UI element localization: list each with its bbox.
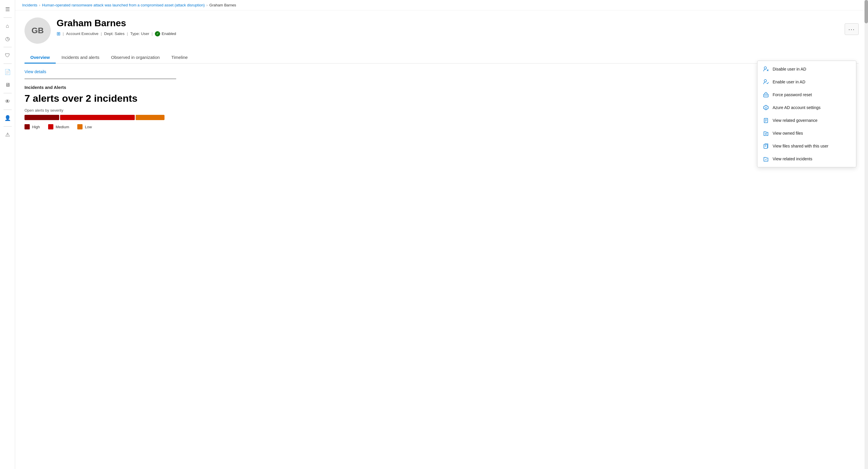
profile-type: Type: User [130,32,149,36]
breadcrumb: Incidents › Human-operated ransomware at… [15,0,868,10]
shield-icon[interactable]: 🛡 [2,49,13,61]
dropdown-item-disable-user[interactable]: Disable user in AD [757,63,856,75]
azure-ad-icon [763,104,769,111]
breadcrumb-incidents[interactable]: Incidents [22,3,37,7]
sidebar-divider-1 [3,18,12,18]
svg-point-6 [766,95,766,96]
dropdown-label-enable-user: Enable user in AD [773,79,805,84]
breadcrumb-current: Graham Barnes [209,3,236,7]
clock-icon[interactable]: ◷ [2,33,13,44]
tab-incidents-alerts[interactable]: Incidents and alerts [56,52,105,64]
sep-1: | [63,32,64,36]
governance-icon [763,117,769,124]
related-incidents-icon [763,156,769,162]
scrollbar-thumb[interactable] [865,0,868,23]
legend-medium: Medium [48,124,69,129]
breadcrumb-sep-1: › [39,3,40,7]
legend-high: High [25,124,40,129]
enable-user-icon [763,79,769,85]
tab-timeline[interactable]: Timeline [166,52,194,64]
severity-label: Open alerts by severity [25,108,859,112]
sep-3: | [127,32,128,36]
section-divider [25,79,176,79]
view-details-link[interactable]: View details [25,69,46,74]
svg-point-3 [764,79,767,82]
tab-overview[interactable]: Overview [25,52,56,64]
dropdown-label-force-password: Force password reset [773,92,812,97]
dropdown-label-related-incidents: View related incidents [773,157,812,161]
dropdown-label-governance: View related governance [773,118,817,123]
sidebar-divider-2 [3,47,12,47]
enabled-dot: ✓ [155,31,160,36]
dropdown-menu: Disable user in AD Enable user in AD [757,61,856,167]
page-content: GB Graham Barnes ⊞ | Account Executive |… [15,10,868,469]
dropdown-label-azure-ad: Azure AD account settings [773,105,820,110]
dropdown-label-shared-files: View files shared with this user [773,144,828,148]
dropdown-item-related-incidents[interactable]: View related incidents [757,153,856,165]
dropdown-item-enable-user[interactable]: Enable user in AD [757,75,856,88]
profile-status: Enabled [162,32,176,36]
force-password-icon [763,92,769,98]
shield-alert-icon[interactable]: ⚠ [2,129,13,140]
tab-bar: Overview Incidents and alerts Observed i… [25,52,859,64]
alerts-headline: 7 alerts over 2 incidents [25,93,859,104]
dropdown-item-governance[interactable]: View related governance [757,114,856,127]
severity-high-bar [25,115,59,120]
severity-bar [25,115,164,120]
sep-2: | [101,32,102,36]
legend-low-color [77,124,83,129]
severity-low-bar [135,115,164,120]
severity-medium-bar [60,115,135,120]
dropdown-item-azure-ad[interactable]: Azure AD account settings [757,101,856,114]
breadcrumb-sep-2: › [207,3,208,7]
eye-shield-icon[interactable]: 👁 [2,96,13,107]
home-icon[interactable]: ⌂ [2,20,13,32]
dropdown-label-owned-files: View owned files [773,131,803,136]
severity-legend: High Medium Low [25,124,859,129]
monitor-icon[interactable]: 🖥 [2,79,13,91]
dropdown-item-shared-files[interactable]: View files shared with this user [757,140,856,153]
svg-marker-9 [765,106,767,109]
sidebar-divider-3 [3,64,12,64]
disable-user-icon [763,66,769,72]
dropdown-label-disable-user: Disable user in AD [773,67,806,71]
breadcrumb-incident-title[interactable]: Human-operated ransomware attack was lau… [42,3,205,7]
svg-point-7 [767,95,767,96]
enabled-badge: ✓ Enabled [155,31,176,36]
tab-observed[interactable]: Observed in organization [105,52,166,64]
profile-dept: Dept: Sales [104,32,125,36]
profile-info: Graham Barnes ⊞ | Account Executive | De… [57,18,839,36]
legend-medium-label: Medium [56,125,69,129]
legend-medium-color [48,124,53,129]
hamburger-icon[interactable]: ☰ [2,3,13,15]
incidents-alerts-title: Incidents and Alerts [25,85,859,90]
main-content: Incidents › Human-operated ransomware at… [15,0,868,469]
dropdown-item-owned-files[interactable]: View owned files [757,127,856,140]
scrollbar[interactable] [865,0,868,469]
file-icon[interactable]: 📄 [2,66,13,78]
incidents-alerts-section: Incidents and Alerts 7 alerts over 2 inc… [25,85,859,129]
person-icon[interactable]: 👤 [2,112,13,124]
sep-4: | [152,32,153,36]
legend-low: Low [77,124,92,129]
profile-name: Graham Barnes [57,18,839,29]
legend-low-label: Low [85,125,92,129]
svg-point-14 [765,133,767,135]
legend-high-label: High [32,125,40,129]
more-options-button[interactable]: ··· [845,23,859,35]
org-icon: ⊞ [57,31,60,36]
sidebar-divider-4 [3,93,12,93]
svg-point-0 [764,67,767,69]
sidebar: ☰ ⌂ ◷ 🛡 📄 🖥 👁 👤 ⚠ [0,0,15,469]
shared-files-icon [763,143,769,149]
sidebar-divider-6 [3,126,12,127]
avatar: GB [25,18,51,44]
profile-role: Account Executive [66,32,99,36]
dropdown-item-force-password[interactable]: Force password reset [757,88,856,101]
owned-files-icon [763,130,769,136]
svg-point-5 [765,95,765,96]
profile-header: GB Graham Barnes ⊞ | Account Executive |… [25,18,859,44]
legend-high-color [25,124,30,129]
profile-meta: ⊞ | Account Executive | Dept: Sales | Ty… [57,31,839,36]
